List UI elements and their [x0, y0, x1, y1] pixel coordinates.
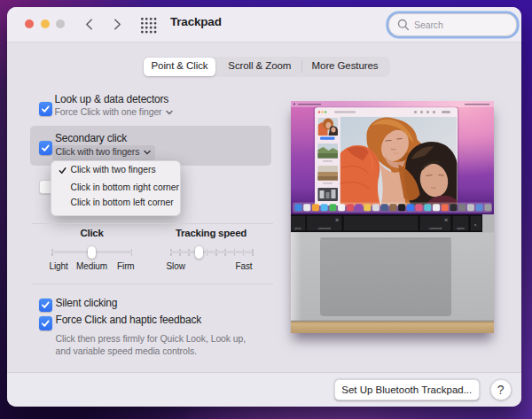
svg-text:⌘: ⌘ [444, 218, 448, 222]
svg-text:ption: ption [295, 227, 301, 230]
svg-text:option: option [457, 227, 465, 230]
svg-text:command: command [429, 227, 442, 230]
svg-text:▸: ▸ [475, 223, 477, 227]
svg-text:⌘: ⌘ [335, 218, 339, 222]
svg-text:command: command [318, 227, 331, 230]
